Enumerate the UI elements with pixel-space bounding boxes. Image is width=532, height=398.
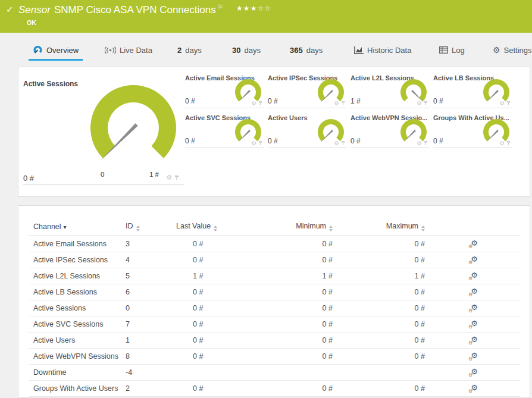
column-header-max[interactable]: Maximum (334, 218, 426, 236)
pin-icon[interactable] (341, 140, 345, 146)
tab-settings[interactable]: ⚙Settings (489, 41, 532, 59)
main-gauge-value: 0 # (23, 174, 34, 183)
gauge-actions: ⚙ (417, 101, 428, 106)
main-gauge-min-label: 0 (101, 171, 104, 178)
cell-channel[interactable]: Active IPSec Sessions (29, 252, 121, 268)
pin-icon[interactable] (341, 101, 345, 106)
cell-channel[interactable]: Active SVC Sessions (29, 316, 121, 332)
cell-maximum: 0 # (334, 284, 426, 300)
gear-icon[interactable]: ⚙ (251, 101, 256, 106)
channel-settings-icon[interactable]: ⚙⚙ (468, 256, 478, 265)
flag-icon[interactable]: ⚐ (218, 4, 223, 10)
cell-channel[interactable]: Active L2L Sessions (29, 268, 121, 284)
small-gauges-grid: Active Email Sessions0 #⚙Active IPSec Se… (185, 72, 512, 148)
cell-minimum (248, 364, 334, 380)
cell-minimum: 1 # (248, 268, 334, 284)
column-header-channel[interactable]: Channel▾ (29, 218, 121, 236)
table-row: Active SVC Sessions70 #0 #0 #⚙⚙ (29, 316, 520, 332)
table-row: Active IPSec Sessions40 #0 #0 #⚙⚙ (29, 252, 520, 268)
gear-icon[interactable]: ⚙ (417, 140, 422, 146)
table-row: Active LB Sessions60 #0 #0 #⚙⚙ (29, 284, 520, 300)
cell-channel[interactable]: Active LB Sessions (29, 284, 121, 300)
gear-icon[interactable]: ⚙ (499, 140, 505, 146)
cell-channel[interactable]: Active Sessions (29, 300, 121, 316)
tab-overview[interactable]: Overview (29, 41, 83, 59)
pin-icon[interactable] (424, 101, 428, 106)
cell-last-value: 0 # (176, 300, 248, 316)
gear-icon[interactable]: ⚙ (334, 101, 339, 106)
gear-icon[interactable]: ⚙ (166, 174, 172, 181)
pin-icon[interactable] (258, 140, 262, 146)
channel-settings-icon[interactable]: ⚙⚙ (468, 369, 478, 377)
pin-icon[interactable] (506, 140, 511, 146)
channel-settings-icon[interactable]: ⚙⚙ (468, 353, 478, 361)
channel-settings-icon[interactable]: ⚙⚙ (468, 305, 478, 313)
tab-live-data[interactable]: Live Data (101, 41, 157, 59)
sort-icon[interactable] (214, 225, 217, 231)
tab-historic-data[interactable]: Historic Data (350, 41, 415, 59)
cell-last-value: 0 # (176, 284, 248, 300)
cell-last-value: 0 # (176, 380, 248, 396)
tab-365-days[interactable]: 365days (286, 41, 327, 59)
cell-minimum: 0 # (248, 284, 334, 300)
table-row: Active L2L Sessions51 #1 #1 #⚙⚙ (29, 268, 520, 284)
cell-channel[interactable]: Active Users (29, 332, 121, 348)
cell-id: -4 (121, 364, 176, 380)
sort-desc-icon[interactable]: ▾ (64, 224, 67, 230)
gear-icon[interactable]: ⚙ (499, 101, 505, 106)
tab-log[interactable]: Log (435, 41, 469, 59)
pin-icon[interactable] (174, 175, 179, 181)
sort-icon[interactable] (329, 225, 333, 231)
gauge-actions: ⚙ (499, 101, 511, 106)
gauge-tile: Active SVC Sessions0 #⚙ (185, 112, 264, 148)
gear-icon[interactable]: ⚙ (417, 101, 422, 106)
status-ok-check-icon: ✓ (6, 4, 14, 15)
gauge-actions: ⚙ (251, 101, 262, 106)
table-row: Downtime-4⚙⚙ (29, 364, 520, 380)
gauge-title: Active Users (268, 114, 308, 121)
chart-icon (354, 46, 364, 54)
table-row: Active Users10 #0 #0 #⚙⚙ (29, 332, 520, 348)
gauge-value: 0 # (433, 97, 443, 105)
column-header-min[interactable]: Minimum (248, 218, 334, 236)
column-header-actions (426, 218, 520, 236)
tab-2-days[interactable]: 2days (173, 41, 206, 59)
cell-last-value: 0 # (176, 252, 248, 268)
sensor-header: ✓ SensorSNMP Cisco ASA VPN Connections⚐ … (0, 0, 532, 33)
column-header-last[interactable]: Last Value (176, 218, 248, 236)
cell-maximum: 0 # (334, 380, 426, 396)
pin-icon[interactable] (506, 101, 511, 106)
pin-icon[interactable] (258, 101, 262, 106)
column-header-id[interactable]: ID (121, 218, 176, 236)
gear-icon[interactable]: ⚙ (251, 140, 256, 146)
gauge-tile: Active Email Sessions0 #⚙ (185, 72, 264, 108)
cell-id: 2 (121, 380, 176, 396)
tab-label: Historic Data (367, 46, 411, 55)
tab-number: 365 (290, 46, 303, 55)
channel-settings-icon[interactable]: ⚙⚙ (468, 240, 478, 249)
cell-channel[interactable]: Downtime (29, 364, 121, 380)
cell-id: 7 (121, 316, 176, 332)
channel-settings-icon[interactable]: ⚙⚙ (468, 289, 478, 297)
channel-settings-icon[interactable]: ⚙⚙ (468, 272, 478, 281)
cell-maximum: 0 # (334, 300, 426, 316)
gauge-tile: Active Users0 #⚙ (268, 112, 347, 148)
channel-settings-icon[interactable]: ⚙⚙ (468, 385, 478, 393)
cell-maximum (334, 364, 426, 380)
sort-icon[interactable] (136, 225, 140, 231)
table-row: Active Email Sessions30 #0 #0 #⚙⚙ (29, 236, 520, 252)
cell-channel[interactable]: Active Email Sessions (29, 236, 121, 252)
gauge-actions: ⚙ (334, 140, 345, 146)
tab-30-days[interactable]: 30days (228, 41, 265, 59)
cell-channel[interactable]: Active WebVPN Sessions (29, 348, 121, 364)
cell-maximum: 0 # (334, 348, 426, 364)
channel-settings-icon[interactable]: ⚙⚙ (468, 337, 478, 345)
cell-channel[interactable]: Groups With Active Users (29, 380, 121, 396)
channel-settings-icon[interactable]: ⚙⚙ (468, 321, 478, 329)
gauge-value: 0 # (185, 97, 195, 105)
gauge-value: 0 # (185, 137, 195, 145)
gear-icon[interactable]: ⚙ (334, 140, 339, 146)
sort-icon[interactable] (421, 225, 425, 231)
pin-icon[interactable] (424, 140, 428, 146)
priority-stars[interactable]: ★★★☆☆ (236, 4, 271, 12)
